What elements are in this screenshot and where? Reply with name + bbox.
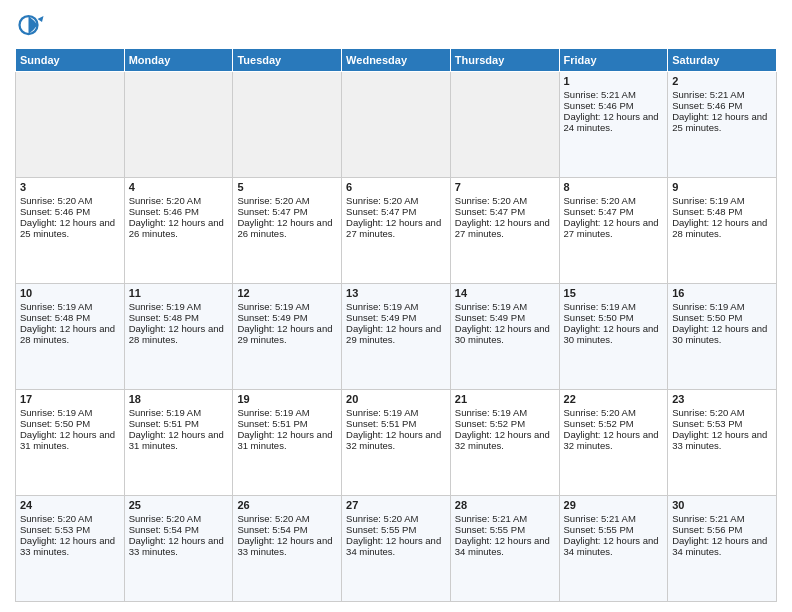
day-info: Daylight: 12 hours and 31 minutes. bbox=[129, 429, 229, 451]
day-cell: 18Sunrise: 5:19 AMSunset: 5:51 PMDayligh… bbox=[124, 390, 233, 496]
week-row-1: 1Sunrise: 5:21 AMSunset: 5:46 PMDaylight… bbox=[16, 72, 777, 178]
day-number: 28 bbox=[455, 499, 555, 511]
day-header-thursday: Thursday bbox=[450, 49, 559, 72]
day-cell: 28Sunrise: 5:21 AMSunset: 5:55 PMDayligh… bbox=[450, 496, 559, 602]
day-cell bbox=[233, 72, 342, 178]
day-info: Daylight: 12 hours and 30 minutes. bbox=[455, 323, 555, 345]
day-number: 5 bbox=[237, 181, 337, 193]
day-info: Daylight: 12 hours and 34 minutes. bbox=[455, 535, 555, 557]
day-cell: 27Sunrise: 5:20 AMSunset: 5:55 PMDayligh… bbox=[342, 496, 451, 602]
day-number: 27 bbox=[346, 499, 446, 511]
day-info: Daylight: 12 hours and 33 minutes. bbox=[129, 535, 229, 557]
day-cell bbox=[450, 72, 559, 178]
day-info: Sunset: 5:47 PM bbox=[564, 206, 664, 217]
day-cell: 4Sunrise: 5:20 AMSunset: 5:46 PMDaylight… bbox=[124, 178, 233, 284]
day-info: Daylight: 12 hours and 31 minutes. bbox=[237, 429, 337, 451]
day-info: Daylight: 12 hours and 30 minutes. bbox=[564, 323, 664, 345]
day-info: Daylight: 12 hours and 34 minutes. bbox=[672, 535, 772, 557]
header bbox=[15, 10, 777, 40]
day-info: Sunrise: 5:19 AM bbox=[20, 301, 120, 312]
day-info: Daylight: 12 hours and 28 minutes. bbox=[672, 217, 772, 239]
day-cell: 17Sunrise: 5:19 AMSunset: 5:50 PMDayligh… bbox=[16, 390, 125, 496]
day-cell: 5Sunrise: 5:20 AMSunset: 5:47 PMDaylight… bbox=[233, 178, 342, 284]
day-info: Daylight: 12 hours and 27 minutes. bbox=[346, 217, 446, 239]
day-info: Sunrise: 5:20 AM bbox=[564, 195, 664, 206]
day-info: Sunrise: 5:20 AM bbox=[20, 195, 120, 206]
day-cell: 30Sunrise: 5:21 AMSunset: 5:56 PMDayligh… bbox=[668, 496, 777, 602]
day-info: Sunrise: 5:21 AM bbox=[672, 89, 772, 100]
day-number: 3 bbox=[20, 181, 120, 193]
day-cell: 14Sunrise: 5:19 AMSunset: 5:49 PMDayligh… bbox=[450, 284, 559, 390]
day-number: 22 bbox=[564, 393, 664, 405]
day-number: 25 bbox=[129, 499, 229, 511]
day-info: Sunrise: 5:21 AM bbox=[455, 513, 555, 524]
day-cell: 24Sunrise: 5:20 AMSunset: 5:53 PMDayligh… bbox=[16, 496, 125, 602]
day-info: Daylight: 12 hours and 32 minutes. bbox=[346, 429, 446, 451]
day-cell: 3Sunrise: 5:20 AMSunset: 5:46 PMDaylight… bbox=[16, 178, 125, 284]
day-info: Sunrise: 5:21 AM bbox=[564, 513, 664, 524]
day-info: Sunrise: 5:19 AM bbox=[346, 301, 446, 312]
day-info: Daylight: 12 hours and 24 minutes. bbox=[564, 111, 664, 133]
day-header-saturday: Saturday bbox=[668, 49, 777, 72]
day-info: Sunset: 5:46 PM bbox=[564, 100, 664, 111]
day-info: Sunrise: 5:19 AM bbox=[129, 407, 229, 418]
day-cell bbox=[16, 72, 125, 178]
day-number: 29 bbox=[564, 499, 664, 511]
day-info: Daylight: 12 hours and 27 minutes. bbox=[564, 217, 664, 239]
day-info: Sunrise: 5:19 AM bbox=[346, 407, 446, 418]
calendar-body: 1Sunrise: 5:21 AMSunset: 5:46 PMDaylight… bbox=[16, 72, 777, 602]
day-info: Sunset: 5:55 PM bbox=[455, 524, 555, 535]
day-cell: 2Sunrise: 5:21 AMSunset: 5:46 PMDaylight… bbox=[668, 72, 777, 178]
day-info: Sunset: 5:53 PM bbox=[672, 418, 772, 429]
day-info: Sunrise: 5:20 AM bbox=[129, 195, 229, 206]
day-number: 18 bbox=[129, 393, 229, 405]
day-info: Daylight: 12 hours and 25 minutes. bbox=[672, 111, 772, 133]
day-info: Sunrise: 5:20 AM bbox=[455, 195, 555, 206]
day-info: Daylight: 12 hours and 32 minutes. bbox=[564, 429, 664, 451]
day-info: Daylight: 12 hours and 33 minutes. bbox=[237, 535, 337, 557]
day-info: Sunset: 5:46 PM bbox=[20, 206, 120, 217]
day-info: Sunset: 5:54 PM bbox=[129, 524, 229, 535]
day-info: Sunset: 5:49 PM bbox=[237, 312, 337, 323]
day-info: Sunset: 5:54 PM bbox=[237, 524, 337, 535]
day-info: Sunset: 5:55 PM bbox=[346, 524, 446, 535]
day-cell: 20Sunrise: 5:19 AMSunset: 5:51 PMDayligh… bbox=[342, 390, 451, 496]
day-number: 20 bbox=[346, 393, 446, 405]
day-cell: 7Sunrise: 5:20 AMSunset: 5:47 PMDaylight… bbox=[450, 178, 559, 284]
day-number: 21 bbox=[455, 393, 555, 405]
day-info: Daylight: 12 hours and 28 minutes. bbox=[20, 323, 120, 345]
day-info: Sunset: 5:48 PM bbox=[672, 206, 772, 217]
day-info: Sunset: 5:51 PM bbox=[346, 418, 446, 429]
day-info: Sunrise: 5:20 AM bbox=[129, 513, 229, 524]
day-cell: 23Sunrise: 5:20 AMSunset: 5:53 PMDayligh… bbox=[668, 390, 777, 496]
day-cell: 25Sunrise: 5:20 AMSunset: 5:54 PMDayligh… bbox=[124, 496, 233, 602]
day-info: Sunrise: 5:19 AM bbox=[20, 407, 120, 418]
day-info: Sunset: 5:52 PM bbox=[564, 418, 664, 429]
day-info: Sunset: 5:56 PM bbox=[672, 524, 772, 535]
day-info: Sunrise: 5:19 AM bbox=[237, 407, 337, 418]
day-info: Sunrise: 5:19 AM bbox=[455, 301, 555, 312]
day-info: Sunset: 5:52 PM bbox=[455, 418, 555, 429]
day-header-monday: Monday bbox=[124, 49, 233, 72]
day-info: Sunset: 5:50 PM bbox=[564, 312, 664, 323]
day-info: Sunrise: 5:19 AM bbox=[455, 407, 555, 418]
day-info: Sunset: 5:46 PM bbox=[129, 206, 229, 217]
day-header-wednesday: Wednesday bbox=[342, 49, 451, 72]
day-info: Daylight: 12 hours and 34 minutes. bbox=[564, 535, 664, 557]
day-info: Daylight: 12 hours and 33 minutes. bbox=[672, 429, 772, 451]
day-info: Sunset: 5:49 PM bbox=[346, 312, 446, 323]
day-info: Daylight: 12 hours and 27 minutes. bbox=[455, 217, 555, 239]
day-info: Sunrise: 5:21 AM bbox=[672, 513, 772, 524]
day-number: 10 bbox=[20, 287, 120, 299]
day-number: 9 bbox=[672, 181, 772, 193]
day-info: Sunrise: 5:21 AM bbox=[564, 89, 664, 100]
day-header-sunday: Sunday bbox=[16, 49, 125, 72]
day-cell: 19Sunrise: 5:19 AMSunset: 5:51 PMDayligh… bbox=[233, 390, 342, 496]
day-cell bbox=[124, 72, 233, 178]
day-cell: 6Sunrise: 5:20 AMSunset: 5:47 PMDaylight… bbox=[342, 178, 451, 284]
day-info: Sunset: 5:51 PM bbox=[129, 418, 229, 429]
day-info: Sunset: 5:47 PM bbox=[455, 206, 555, 217]
day-cell: 16Sunrise: 5:19 AMSunset: 5:50 PMDayligh… bbox=[668, 284, 777, 390]
day-cell bbox=[342, 72, 451, 178]
day-cell: 11Sunrise: 5:19 AMSunset: 5:48 PMDayligh… bbox=[124, 284, 233, 390]
